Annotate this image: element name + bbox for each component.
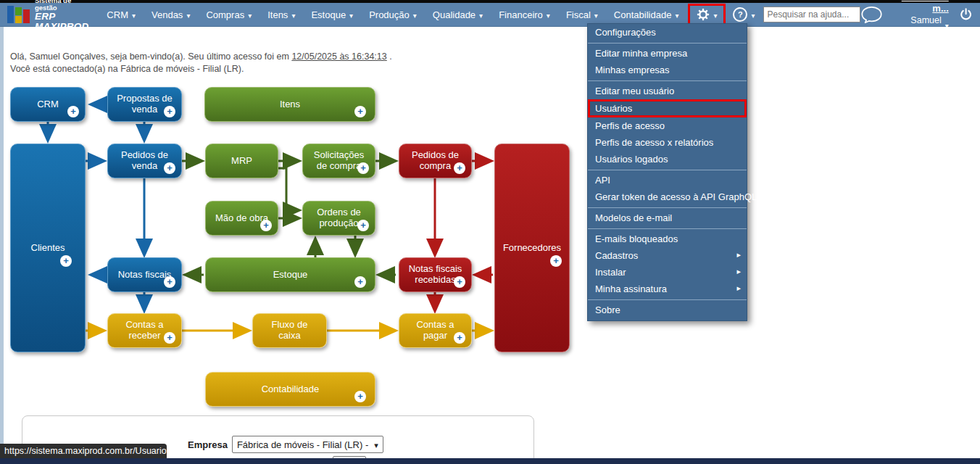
chat-bubble-icon[interactable] <box>860 2 883 27</box>
add-icon[interactable] <box>164 332 175 344</box>
menu-item-perfis-de-acesso[interactable]: Perfis de acesso <box>588 117 747 134</box>
node-label: Clientes <box>31 243 65 254</box>
node-notas-fiscais-recebidas[interactable]: Notas fiscais recebidas <box>399 257 472 292</box>
settings-gear-button[interactable] <box>694 8 720 21</box>
menu-item-editar-meu-usuario[interactable]: Editar meu usuário <box>588 80 747 99</box>
user-block: Fábrica de m... Samuel Gonça... <box>894 0 949 38</box>
add-icon[interactable] <box>260 220 272 231</box>
menu-label: Itens <box>267 9 288 20</box>
logo-brand: ERP MAXIPROD <box>35 12 88 32</box>
node-mao-de-obra[interactable]: Mão de obra <box>205 201 278 236</box>
menu-qualidade[interactable]: Qualidade <box>425 3 491 26</box>
node-label: Notas fiscais <box>118 270 172 281</box>
menu-label: Financeiro <box>499 9 543 20</box>
add-icon[interactable] <box>357 162 369 174</box>
node-pedidos-de-venda[interactable]: Pedidos de venda <box>107 144 182 178</box>
welcome-text: Olá, Samuel Gonçalves, seja bem-vindo(a)… <box>10 51 392 75</box>
add-icon[interactable] <box>60 255 72 267</box>
menu-item-configuracoes[interactable]: Configurações <box>588 24 747 41</box>
menu-crm[interactable]: CRM <box>99 3 144 26</box>
settings-dropdown: Configurações Editar minha empresa Minha… <box>587 23 747 321</box>
node-notas-fiscais[interactable]: Notas fiscais <box>107 257 182 292</box>
welcome-prefix: Olá, Samuel Gonçalves, seja bem-vindo(a)… <box>10 51 291 62</box>
add-icon[interactable] <box>164 276 175 288</box>
left-edge-strip <box>0 27 4 458</box>
logo-icon <box>7 6 30 23</box>
menu-estoque[interactable]: Estoque <box>303 3 361 26</box>
node-propostas-de-venda[interactable]: Propostas de venda <box>107 87 182 122</box>
add-icon[interactable] <box>354 276 366 288</box>
menu-label: Estoque <box>311 9 346 20</box>
chevron-down-icon <box>410 9 417 20</box>
add-icon[interactable] <box>454 162 465 174</box>
node-label: CRM <box>37 99 59 110</box>
add-icon[interactable] <box>354 106 366 117</box>
menu-financeiro[interactable]: Financeiro <box>491 3 558 26</box>
last-access-link[interactable]: 12/05/2025 às 16:34:13 <box>291 51 386 62</box>
node-fornecedores[interactable]: Fornecedores <box>494 144 570 352</box>
menu-item-modelos-de-email[interactable]: Modelos de e-mail <box>588 207 747 226</box>
menu-item-emails-bloqueados[interactable]: E-mails bloqueados <box>588 228 747 247</box>
node-label: Itens <box>280 99 300 110</box>
node-label: Estoque <box>273 270 308 281</box>
menu-label: Produção <box>369 9 410 20</box>
add-icon[interactable] <box>454 276 465 288</box>
menu-vendas[interactable]: Vendas <box>144 3 198 26</box>
add-icon[interactable] <box>550 255 562 267</box>
add-icon[interactable] <box>67 106 79 117</box>
chevron-down-icon <box>244 9 252 20</box>
menu-compras[interactable]: Compras <box>198 3 259 26</box>
menu-item-api[interactable]: API <box>588 170 747 188</box>
user-name: Samuel Gonça... <box>894 15 942 38</box>
node-label: Contabilidade <box>262 384 320 395</box>
chevron-down-icon <box>747 8 755 21</box>
chevron-down-icon <box>710 8 717 21</box>
node-contabilidade[interactable]: Contabilidade <box>205 372 375 407</box>
node-mrp[interactable]: MRP <box>205 144 278 178</box>
menu-item-usuarios-logados[interactable]: Usuários logados <box>588 151 747 167</box>
logo-bar-blue <box>7 6 14 23</box>
node-ordens-de-producao[interactable]: Ordens de produção <box>302 201 375 236</box>
menu-producao[interactable]: Produção <box>361 3 425 26</box>
chevron-down-icon <box>368 439 378 450</box>
chevron-down-icon <box>476 9 483 20</box>
menu-item-gerar-token-api-graphql[interactable]: Gerar token de acesso à API GraphQL <box>588 188 747 205</box>
logo-bar-mid <box>15 7 22 23</box>
add-icon[interactable] <box>354 391 366 402</box>
bottom-bar <box>0 458 980 464</box>
node-pedidos-de-compra[interactable]: Pedidos de compra <box>399 144 472 178</box>
empresa-select[interactable]: Fábrica de móveis - Filial (LR) - <box>232 436 383 453</box>
module-flowchart: CRM Propostas de venda Itens Clientes Pe… <box>0 80 580 413</box>
logo-bar-green <box>15 7 22 15</box>
power-icon[interactable] <box>959 5 973 24</box>
node-clientes[interactable]: Clientes <box>10 144 86 352</box>
menu-item-minhas-empresas[interactable]: Minhas empresas <box>588 62 747 78</box>
node-estoque[interactable]: Estoque <box>205 257 375 292</box>
menu-item-usuarios[interactable]: Usuários <box>588 99 747 117</box>
add-icon[interactable] <box>164 162 175 174</box>
menu-itens[interactable]: Itens <box>259 3 303 26</box>
node-itens[interactable]: Itens <box>204 87 375 122</box>
menu-item-minha-assinatura[interactable]: Minha assinatura <box>588 281 747 297</box>
add-icon[interactable] <box>454 332 465 344</box>
node-solicitacoes-de-compra[interactable]: Solicitações de compra <box>302 144 375 178</box>
node-contas-a-pagar[interactable]: Contas a pagar <box>399 313 472 348</box>
user-menu[interactable]: Samuel Gonça... <box>894 15 949 38</box>
node-fluxo-de-caixa[interactable]: Fluxo de caixa <box>252 313 327 348</box>
chevron-down-icon <box>288 9 295 20</box>
node-contas-a-receber[interactable]: Contas a receber <box>107 313 182 348</box>
help-button[interactable] <box>730 7 757 22</box>
add-icon[interactable] <box>357 220 369 231</box>
menu-item-perfis-de-acesso-x-relatorios[interactable]: Perfis de acesso x relatórios <box>588 134 747 151</box>
help-search-input[interactable] <box>763 7 860 22</box>
menu-item-editar-minha-empresa[interactable]: Editar minha empresa <box>588 43 747 62</box>
node-crm[interactable]: CRM <box>10 87 86 122</box>
menu-item-sobre[interactable]: Sobre <box>588 299 747 318</box>
add-icon[interactable] <box>164 106 175 117</box>
menu-item-instalar[interactable]: Instalar <box>588 264 747 281</box>
empresa-row: Empresa Fábrica de móveis - Filial (LR) … <box>188 436 383 453</box>
company-link[interactable]: Fábrica de m... <box>894 0 949 15</box>
welcome-suffix: . <box>387 51 392 62</box>
app-logo[interactable]: Sistema de gestão ERP MAXIPROD <box>7 0 88 32</box>
menu-item-cadastros[interactable]: Cadastros <box>588 247 747 264</box>
